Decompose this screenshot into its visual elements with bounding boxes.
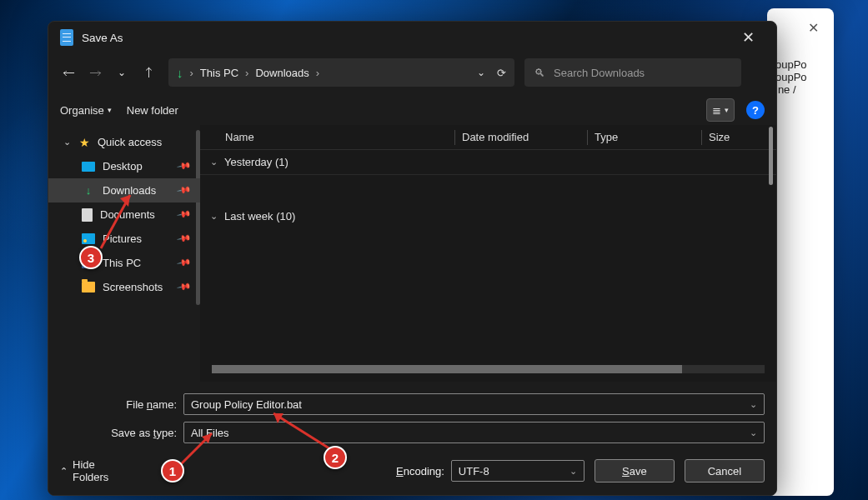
star-icon: ★ — [79, 136, 90, 149]
sidebar-item-label: Screenshots — [103, 281, 163, 293]
pin-icon: 📌 — [177, 231, 193, 247]
notepad-app-icon — [60, 29, 73, 46]
column-headers: Name Date modified Type Size — [200, 125, 776, 150]
sidebar-item-screenshots[interactable]: Screenshots 📌 — [48, 275, 200, 299]
group-label: Yesterday (1) — [224, 156, 288, 168]
sidebar-item-label: This PC — [103, 257, 141, 269]
close-button[interactable]: ✕ — [731, 28, 765, 47]
recent-locations-button[interactable]: ⌄ — [110, 61, 133, 84]
chevron-down-icon: ⌄ — [210, 157, 218, 168]
dialog-title: Save As — [82, 32, 123, 44]
close-icon[interactable]: ✕ — [808, 20, 819, 36]
search-box[interactable]: 🔍︎ Search Downloads — [524, 58, 741, 87]
pin-icon: 📌 — [177, 158, 193, 174]
group-label: Last week (10) — [224, 210, 295, 222]
up-button[interactable]: 🡑 — [137, 61, 160, 84]
encoding-select[interactable]: UTF-8 ⌄ — [451, 460, 585, 482]
cancel-button[interactable]: Cancel — [685, 459, 765, 482]
downloads-icon: ↓ — [177, 66, 183, 80]
refresh-icon[interactable]: ⟳ — [497, 67, 506, 79]
savetype-label: Save as type: — [60, 427, 183, 439]
pin-icon: 📌 — [177, 182, 193, 198]
background-editor-window: ✕ oupPo oupPo ine / — [767, 8, 834, 496]
chevron-right-icon: › — [245, 67, 248, 79]
breadcrumb-folder[interactable]: Downloads — [255, 67, 309, 79]
help-button[interactable]: ? — [746, 101, 765, 119]
search-placeholder: Search Downloads — [554, 67, 645, 79]
column-size[interactable]: Size — [709, 131, 730, 143]
file-list-pane: Name Date modified Type Size ⌄ Yesterday… — [200, 125, 776, 382]
organise-menu[interactable]: Organise ▾ — [60, 104, 112, 117]
toolbar: Organise ▾ New folder ≣▾ ? — [48, 95, 776, 125]
filename-label: File name: — [60, 398, 183, 411]
pictures-icon — [82, 233, 95, 244]
vertical-scrollbar[interactable] — [769, 127, 773, 185]
chevron-right-icon: › — [190, 67, 193, 79]
back-button[interactable]: 🡐 — [57, 61, 80, 84]
annotation-marker-2: 2 — [324, 446, 347, 469]
encoding-label: Encoding: — [396, 465, 444, 478]
folder-icon — [82, 282, 95, 292]
search-icon: 🔍︎ — [534, 67, 545, 79]
group-yesterday[interactable]: ⌄ Yesterday (1) — [200, 150, 776, 175]
sidebar-quick-access[interactable]: ⌄ ★ Quick access — [48, 130, 200, 154]
hide-folders-toggle[interactable]: ⌃ Hide Folders — [60, 458, 128, 483]
svg-line-2 — [273, 413, 332, 450]
annotation-arrow — [97, 188, 147, 255]
editor-text-line: oupPo — [775, 58, 834, 71]
chevron-down-icon: ⌄ — [210, 211, 218, 222]
annotation-marker-3: 3 — [79, 246, 103, 269]
encoding-value: UTF-8 — [459, 465, 489, 478]
chevron-right-icon: › — [316, 67, 319, 79]
dropdown-icon[interactable]: ⌄ — [750, 399, 757, 410]
group-last-week[interactable]: ⌄ Last week (10) — [200, 203, 776, 228]
column-type[interactable]: Type — [595, 131, 701, 143]
pin-icon: 📌 — [177, 279, 193, 295]
dropdown-icon[interactable]: ⌄ — [569, 466, 577, 477]
chevron-up-icon: ⌃ — [60, 466, 68, 477]
chevron-down-icon: ⌄ — [63, 137, 72, 148]
titlebar: Save As ✕ — [48, 22, 776, 53]
sidebar-item-desktop[interactable]: Desktop 📌 — [48, 154, 200, 178]
column-date[interactable]: Date modified — [462, 131, 587, 143]
view-options-button[interactable]: ≣▾ — [706, 98, 735, 122]
forward-button[interactable]: 🡒 — [83, 61, 107, 84]
horizontal-scrollbar[interactable] — [212, 363, 765, 375]
nav-row: 🡐 🡒 ⌄ 🡑 ↓ › This PC › Downloads › ⌄ ⟳ 🔍︎… — [48, 53, 776, 92]
bottom-panel: File name: Group Policy Editor.bat ⌄ Sav… — [48, 382, 776, 495]
column-name[interactable]: Name — [225, 131, 454, 143]
breadcrumb-root[interactable]: This PC — [200, 67, 238, 79]
sidebar-item-label: Desktop — [103, 160, 143, 172]
sidebar-item-label: Quick access — [98, 136, 162, 148]
save-as-dialog: Save As ✕ 🡐 🡒 ⌄ 🡑 ↓ › This PC › Download… — [48, 21, 777, 496]
pin-icon: 📌 — [177, 207, 193, 222]
downloads-icon: ↓ — [82, 185, 95, 197]
editor-text-line: oupPo — [775, 71, 834, 83]
new-folder-button[interactable]: New folder — [127, 104, 178, 117]
save-button[interactable]: Save — [595, 459, 675, 482]
annotation-marker-1: 1 — [161, 459, 184, 482]
dropdown-icon[interactable]: ⌄ — [750, 428, 757, 438]
pin-icon: 📌 — [177, 255, 193, 271]
address-bar[interactable]: ↓ › This PC › Downloads › ⌄ ⟳ — [168, 58, 514, 87]
desktop-icon — [82, 162, 95, 172]
editor-text-line: ine / — [775, 83, 834, 96]
annotation-arrow — [177, 427, 227, 468]
documents-icon — [82, 208, 93, 222]
address-dropdown-icon[interactable]: ⌄ — [477, 67, 485, 78]
